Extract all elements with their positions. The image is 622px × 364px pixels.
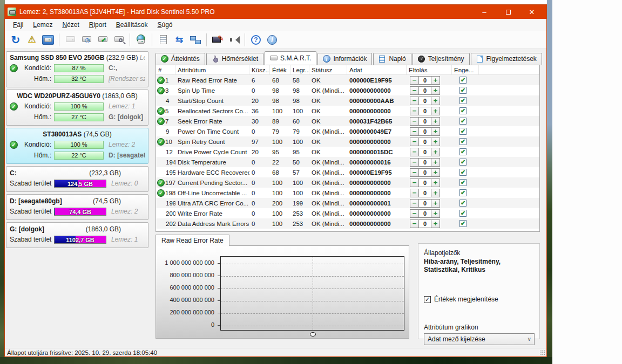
partition-card-1[interactable]: D: [seagate80gb](74,5 GB)Szabad terület7… [6, 194, 148, 220]
offset-plus-button[interactable]: + [431, 138, 440, 146]
offset-minus-button[interactable]: − [410, 199, 419, 208]
disk-card-1[interactable]: WDC WD20PURZ-85GU6Y0 (1863,0 GB) ✓Kondíc… [6, 90, 148, 126]
enabled-checkbox[interactable]: ✔ [459, 118, 466, 125]
table-row[interactable]: 9Power On Time Count07979OK (Mindi...000… [156, 126, 539, 136]
toolbar-button-refresh[interactable]: ↻ [8, 32, 23, 47]
toolbar-button-help[interactable]: ? [248, 32, 263, 47]
toolbar-button-remote-network[interactable] [188, 32, 203, 47]
table-row[interactable]: 202Data Address Mark Errors0100253OK (Mi… [156, 218, 539, 229]
offset-minus-button[interactable]: − [410, 117, 419, 126]
resize-grip[interactable] [540, 350, 545, 355]
toolbar-button-about-info[interactable]: i [265, 32, 280, 47]
tab-overview[interactable]: ✓Áttekintés [156, 53, 205, 65]
menu-item-súgó[interactable]: Súgó [152, 20, 177, 30]
toolbar-button-sound[interactable] [226, 32, 241, 47]
table-row[interactable]: 200Write Error Rate0100253OK (Mindi...00… [156, 208, 539, 218]
offset-minus-button[interactable]: − [410, 168, 419, 177]
offset-minus-button[interactable]: − [410, 148, 419, 156]
enabled-checkbox[interactable]: ✔ [459, 189, 466, 196]
tab-thermo[interactable]: Hőmérséklet [206, 53, 263, 65]
enabled-checkbox[interactable]: ✔ [459, 138, 466, 145]
toolbar-button-report[interactable] [156, 32, 171, 47]
offset-minus-button[interactable]: − [410, 209, 419, 218]
offset-plus-button[interactable]: + [431, 209, 440, 218]
chart-slider-handle[interactable] [310, 332, 316, 336]
table-row[interactable]: ✓3Spin Up Time09898OK (Mindi...000000000… [156, 85, 539, 95]
tab-log[interactable]: Napló [373, 53, 411, 65]
minimize-button[interactable]: – [472, 5, 496, 18]
menu-item-nézet[interactable]: Nézet [57, 20, 84, 30]
offset-minus-button[interactable]: − [410, 127, 419, 136]
offset-minus-button[interactable]: − [410, 97, 419, 105]
toolbar-button-disk-clock[interactable]: ◷ [79, 32, 94, 47]
offset-plus-button[interactable]: + [431, 158, 440, 167]
partition-card-0[interactable]: C:(232,3 GB)Szabad terület124,5 GBLemez:… [6, 166, 148, 192]
offset-plus-button[interactable]: + [431, 178, 440, 187]
enabled-checkbox[interactable]: ✔ [459, 220, 466, 227]
table-row[interactable]: 4Start/Stop Count209898OK000000000AAB−0+… [156, 95, 539, 106]
enabled-checkbox[interactable]: ✔ [459, 210, 466, 217]
tab-info[interactable]: iInformációk [317, 53, 372, 65]
tab-gauge[interactable]: Teljesítmény [413, 53, 470, 65]
enabled-checkbox[interactable]: ✔ [459, 200, 466, 207]
enabled-checkbox[interactable]: ✔ [459, 148, 466, 155]
show-values-checkbox[interactable]: ✓ [424, 296, 431, 303]
offset-plus-button[interactable]: + [431, 76, 440, 85]
table-row[interactable]: 194Disk Temperature02250OK (Mindi...0000… [156, 157, 539, 167]
menu-item-riport[interactable]: Riport [84, 20, 111, 30]
offset-plus-button[interactable]: + [431, 199, 440, 208]
offset-minus-button[interactable]: − [410, 138, 419, 146]
toolbar-button-disk-disabled[interactable] [63, 32, 78, 47]
table-row[interactable]: 195Hardware ECC Recovered06857OK (Mindi.… [156, 167, 539, 177]
offset-minus-button[interactable]: − [410, 76, 419, 85]
enabled-checkbox[interactable]: ✔ [459, 107, 466, 114]
tab-alerts[interactable]: Figyelmeztetések [471, 53, 542, 65]
offset-plus-button[interactable]: + [431, 86, 440, 95]
enabled-checkbox[interactable]: ✔ [459, 97, 466, 104]
offset-plus-button[interactable]: + [431, 117, 440, 126]
toolbar-button-send-mail[interactable]: ⇆ [172, 32, 187, 47]
disk-card-0[interactable]: Samsung SSD 850 EVO 250GB (232,9 GB) Le✓… [6, 51, 148, 87]
enabled-checkbox[interactable]: ✔ [459, 179, 466, 186]
table-row[interactable]: ✓7Seek Error Rate308960OK000031F42B65−0+… [156, 116, 539, 126]
close-button[interactable]: ✕ [520, 5, 544, 18]
data-field-select[interactable]: Adat mező kijelzése ˅ [424, 333, 535, 345]
toolbar-button-desktop-gadget[interactable]: ✎ [210, 32, 225, 47]
offset-minus-button[interactable]: − [410, 158, 419, 167]
offset-plus-button[interactable]: + [431, 107, 440, 115]
toolbar-button-network-disk[interactable] [133, 32, 148, 47]
menu-item-lemez[interactable]: Lemez [28, 20, 57, 30]
toolbar-button-disk-display[interactable] [40, 32, 56, 47]
table-row[interactable]: 199Ultra ATA CRC Error Co...0200199OK (M… [156, 198, 539, 208]
offset-minus-button[interactable]: − [410, 178, 419, 187]
disk-card-2[interactable]: ST380013AS (74,5 GB) ✓Kondíció:100 %Leme… [6, 128, 148, 164]
enabled-checkbox[interactable]: ✔ [459, 77, 466, 84]
offset-plus-button[interactable]: + [431, 127, 440, 136]
enabled-checkbox[interactable]: ✔ [459, 159, 466, 166]
offset-plus-button[interactable]: + [431, 148, 440, 156]
table-row[interactable]: ✓197Current Pending Sector...0100100OK (… [156, 177, 539, 188]
table-row[interactable]: ✓5Reallocated Sectors Co...36100100OK000… [156, 106, 539, 116]
table-row[interactable]: 12Drive Power Cycle Count209595OK0000000… [156, 147, 539, 157]
toolbar-button-disk-accept[interactable]: ✔ [95, 32, 110, 47]
chart-tab[interactable]: Raw Read Error Rate [156, 235, 229, 246]
enabled-checkbox[interactable]: ✔ [459, 128, 466, 135]
enabled-checkbox[interactable]: ✔ [459, 87, 466, 94]
offset-minus-button[interactable]: − [410, 189, 419, 197]
enabled-checkbox[interactable]: ✔ [459, 169, 466, 176]
maximize-button[interactable] [496, 5, 520, 18]
tab-smart[interactable]: S.M.A.R.T. [265, 51, 316, 65]
table-row[interactable]: ✓1Raw Read Error Rate66858OK000000E19F95… [156, 75, 539, 85]
offset-plus-button[interactable]: + [431, 97, 440, 105]
table-row[interactable]: ✓198Off-Line Uncorrectable ...0100100OK … [156, 188, 539, 198]
partition-card-2[interactable]: G: [dolgok](1863,0 GB)Szabad terület1102… [6, 222, 148, 248]
menu-item-beállítások[interactable]: Beállítások [111, 20, 153, 30]
offset-plus-button[interactable]: + [431, 219, 440, 228]
offset-plus-button[interactable]: + [431, 168, 440, 177]
toolbar-button-disk-search[interactable] [111, 32, 126, 47]
offset-minus-button[interactable]: − [410, 107, 419, 115]
offset-plus-button[interactable]: + [431, 189, 440, 197]
menu-item-fájl[interactable]: Fájl [8, 20, 28, 30]
table-row[interactable]: ✓10Spin Retry Count97100100OK00000000000… [156, 136, 539, 147]
toolbar-button-problems[interactable]: ⚠ [24, 32, 39, 47]
